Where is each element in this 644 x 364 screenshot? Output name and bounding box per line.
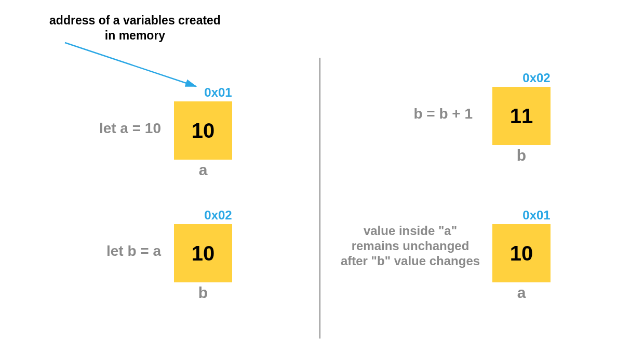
var-name-b-left: b (174, 284, 232, 302)
memory-value-b-right: 11 (510, 105, 533, 128)
memory-box-b-left: 10 (174, 224, 232, 282)
svg-line-0 (65, 43, 196, 86)
vertical-divider (319, 58, 320, 339)
code-let-b: let b = a (52, 242, 161, 260)
code-b-plus-1: b = b + 1 (364, 105, 473, 123)
note-line-1: value inside "a" (364, 224, 457, 238)
note-line-3: after "b" value changes (341, 254, 480, 268)
var-name-a: a (174, 161, 232, 179)
note-a-unchanged: value inside "a" remains unchanged after… (332, 224, 488, 268)
memory-value-a-right: 10 (510, 242, 533, 265)
address-label-b-left: 0x02 (197, 208, 239, 223)
var-name-b-right: b (492, 147, 551, 164)
memory-value-b-left: 10 (192, 242, 215, 265)
memory-box-a: 10 (174, 101, 232, 160)
address-label-b-right: 0x02 (516, 71, 557, 85)
var-name-a-right: a (492, 284, 551, 302)
note-line-2: remains unchanged (352, 239, 469, 253)
arrow-to-address (0, 0, 322, 156)
memory-box-b-right: 11 (492, 87, 551, 145)
code-let-a: let a = 10 (52, 120, 161, 137)
memory-value-a: 10 (192, 119, 215, 142)
address-label-a-right: 0x01 (516, 208, 557, 223)
memory-box-a-right: 10 (492, 224, 551, 282)
address-label-a: 0x01 (197, 85, 239, 100)
